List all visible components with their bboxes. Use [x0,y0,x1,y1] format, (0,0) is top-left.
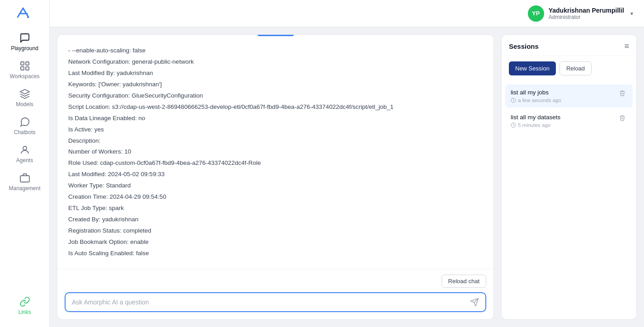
chatbots-icon [19,117,30,127]
session-item-content: list all my jobs a few seconds ago [511,89,617,103]
session-item[interactable]: list all my jobs a few seconds ago [505,84,633,107]
session-item-title: list all my datasets [511,114,617,121]
logo: i [14,5,36,23]
sidebar-item-models[interactable]: Models [0,84,49,112]
sidebar-item-management-label: Management [9,185,40,192]
sidebar-item-workspaces-label: Workspaces [10,73,40,79]
topbar: YP Yadukrishnan Perumpillil Administrato… [50,0,644,27]
management-icon [19,173,30,183]
user-menu[interactable]: YP Yadukrishnan Perumpillil Administrato… [528,5,633,22]
user-name: Yadukrishnan Perumpillil [549,7,624,14]
sidebar-item-agents[interactable]: Agents [0,140,49,168]
sessions-menu-icon[interactable]: ≡ [624,42,629,50]
clock-icon [511,98,516,103]
svg-rect-2 [26,62,29,65]
content-area: - --enable-auto-scaling: falseNetwork Co… [50,27,644,327]
models-icon [19,89,30,99]
sessions-title: Sessions [509,42,539,50]
sidebar-item-links-label: Links [18,309,31,315]
svg-text:i: i [27,12,28,19]
reload-sessions-button[interactable]: Reload [559,61,592,75]
sessions-list: list all my jobs a few seconds ago list … [502,81,636,319]
chat-footer: Reload chat [57,269,494,319]
sidebar-item-playground-label: Playground [11,45,38,51]
session-delete-button[interactable] [617,89,627,97]
chat-messages: - --enable-auto-scaling: falseNetwork Co… [57,35,494,269]
send-icon [470,298,479,307]
avatar: YP [528,5,544,22]
chat-panel: - --enable-auto-scaling: falseNetwork Co… [57,34,494,320]
chat-input-wrapper [65,292,486,312]
sidebar-item-workspaces[interactable]: Workspaces [0,56,49,84]
sidebar-item-chatbots-label: Chatbots [14,129,35,135]
reload-chat-button[interactable]: Reload chat [442,275,486,288]
trash-icon [619,90,625,96]
user-details: Yadukrishnan Perumpillil Administrator [549,7,624,20]
message-content: - --enable-auto-scaling: falseNetwork Co… [68,46,483,259]
sidebar: i Playground Workspaces Models Chatbots [0,0,50,327]
session-item-time: a few seconds ago [511,98,617,103]
sidebar-item-models-label: Models [16,101,33,107]
sidebar-item-chatbots[interactable]: Chatbots [0,112,49,140]
sessions-panel: Sessions ≡ New Session Reload list all m… [501,34,637,320]
send-button[interactable] [470,298,479,307]
svg-rect-4 [21,67,24,70]
session-delete-button[interactable] [617,114,627,122]
agents-icon [19,145,30,155]
chat-icon [19,33,30,43]
sessions-actions: New Session Reload [502,56,636,81]
new-session-button[interactable]: New Session [509,61,556,75]
user-role: Administrator [549,14,624,20]
svg-rect-1 [21,62,24,65]
sessions-header: Sessions ≡ [502,35,636,56]
link-icon [19,296,30,307]
sidebar-item-links[interactable]: Links [0,292,49,320]
chat-input[interactable] [72,299,470,306]
svg-rect-3 [26,67,29,70]
clock-icon [511,122,516,128]
session-item-content: list all my datasets 5 minutes ago [511,114,617,128]
session-item-title: list all my jobs [511,89,617,96]
session-item-time: 5 minutes ago [511,122,617,128]
trash-icon [619,115,625,121]
sidebar-item-management[interactable]: Management [0,168,49,196]
sidebar-item-playground[interactable]: Playground [0,28,49,56]
session-item[interactable]: list all my datasets 5 minutes ago [505,109,633,132]
workspaces-icon [19,61,30,71]
svg-point-5 [23,146,27,150]
svg-rect-6 [20,176,29,182]
chevron-down-icon: ▾ [630,10,633,17]
sidebar-item-agents-label: Agents [16,157,33,164]
main-content: YP Yadukrishnan Perumpillil Administrato… [50,0,644,327]
reload-chat-row: Reload chat [65,275,486,288]
sidebar-bottom: Links [0,292,49,320]
